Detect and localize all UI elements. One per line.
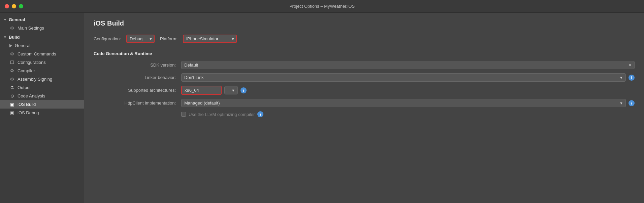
sidebar-item-main-settings[interactable]: ⚙ Main Settings: [0, 24, 84, 32]
config-label: Configuration:: [94, 36, 121, 41]
window-title: Project Options – MyWeather.iOS: [289, 4, 355, 9]
supported-arch-label: Supported architectures:: [94, 88, 181, 93]
checkbox-row-llvm: Use the LLVM optimizing compiler i: [181, 111, 635, 117]
sidebar-item-custom-commands[interactable]: ⚙ Custom Commands: [0, 50, 84, 58]
gear-icon: ⚙: [9, 26, 15, 31]
sidebar-item-compiler[interactable]: ⚙ Compiler: [0, 67, 84, 75]
supported-arch-input[interactable]: [181, 86, 222, 95]
platform-label: Platform:: [160, 36, 178, 41]
general-arrow-icon: ▼: [3, 18, 7, 22]
main-settings-label: Main Settings: [18, 26, 44, 31]
config-select-wrapper: Debug Release ▼: [126, 35, 155, 43]
sdk-version-control: Default ▼: [181, 61, 635, 69]
sidebar-item-ios-debug[interactable]: ▣ iOS Debug: [0, 109, 84, 117]
sidebar-header-build[interactable]: ▼ Build: [0, 33, 84, 41]
linker-behavior-label: Linker behavior:: [94, 75, 181, 80]
configurations-label: Configurations: [18, 60, 46, 65]
triangle-icon: [9, 44, 12, 47]
code-analysis-label: Code Analysis: [18, 93, 45, 98]
sidebar-header-general[interactable]: ▼ General: [0, 15, 84, 24]
assembly-signing-icon: ⚙: [9, 77, 15, 82]
configuration-select[interactable]: Debug Release: [126, 35, 155, 43]
httpclient-select[interactable]: Managed (default) NSUrlSession: [181, 99, 626, 107]
form-row-linker-behavior: Linker behavior: Don't Link Link SDK ass…: [94, 73, 635, 82]
configurations-icon: ☐: [9, 60, 15, 65]
code-analysis-icon: ⊙: [9, 93, 15, 98]
titlebar: Project Options – MyWeather.iOS: [0, 0, 644, 13]
llvm-checkbox[interactable]: [181, 112, 186, 117]
close-button[interactable]: [5, 4, 9, 8]
section-header-codegen: Code Generation & Runtime: [94, 51, 635, 56]
custom-commands-label: Custom Commands: [18, 51, 56, 56]
custom-commands-icon: ⚙: [9, 51, 15, 56]
sidebar: ▼ General ⚙ Main Settings ▼ Build Genera…: [0, 13, 84, 203]
linker-behavior-info-button[interactable]: i: [629, 75, 635, 81]
sidebar-general-label: General: [9, 17, 25, 22]
form-row-sdk-version: SDK version: Default ▼: [94, 61, 635, 69]
form-row-supported-arch: Supported architectures: ▼ i: [94, 86, 635, 95]
linker-behavior-select[interactable]: Don't Link Link SDK assemblies only Link…: [181, 73, 626, 82]
sidebar-item-code-analysis[interactable]: ⊙ Code Analysis: [0, 92, 84, 100]
httpclient-select-wrapper: Managed (default) NSUrlSession ▼: [181, 99, 626, 107]
compiler-label: Compiler: [18, 68, 35, 73]
supported-arch-info-button[interactable]: i: [240, 87, 247, 93]
sdk-version-label: SDK version:: [94, 63, 181, 68]
sidebar-item-configurations[interactable]: ☐ Configurations: [0, 58, 84, 67]
linker-behavior-control: Don't Link Link SDK assemblies only Link…: [181, 73, 635, 82]
sidebar-item-output[interactable]: ⚗ Output: [0, 83, 84, 92]
supported-arch-select[interactable]: [224, 86, 238, 94]
sidebar-item-build-general[interactable]: General: [0, 41, 84, 50]
page-title: iOS Build: [94, 19, 635, 27]
sdk-version-select[interactable]: Default: [181, 61, 635, 69]
maximize-button[interactable]: [19, 4, 23, 8]
window-controls[interactable]: [5, 4, 23, 8]
sidebar-item-ios-build[interactable]: ▣ iOS Build: [0, 100, 84, 109]
supported-arch-select-wrapper: ▼: [224, 86, 238, 94]
configuration-row: Configuration: Debug Release ▼ Platform:…: [94, 35, 635, 43]
platform-select[interactable]: iPhoneSimulator iPhone: [183, 35, 237, 43]
ios-debug-icon: ▣: [9, 110, 15, 115]
httpclient-label: HttpClient implementation:: [94, 100, 181, 106]
sdk-version-select-wrapper: Default ▼: [181, 61, 635, 69]
platform-select-wrapper: iPhoneSimulator iPhone ▼: [183, 35, 237, 43]
sidebar-section-build: ▼ Build General ⚙ Custom Commands ☐ Conf…: [0, 33, 84, 117]
httpclient-control: Managed (default) NSUrlSession ▼ i: [181, 99, 635, 107]
sidebar-item-assembly-signing[interactable]: ⚙ Assembly Signing: [0, 75, 84, 83]
ios-build-icon: ▣: [9, 102, 15, 107]
ios-debug-label: iOS Debug: [18, 110, 39, 115]
sidebar-section-general: ▼ General ⚙ Main Settings: [0, 15, 84, 32]
llvm-info-button[interactable]: i: [257, 111, 263, 117]
output-icon: ⚗: [9, 85, 15, 90]
minimize-button[interactable]: [12, 4, 16, 8]
main-container: ▼ General ⚙ Main Settings ▼ Build Genera…: [0, 13, 644, 203]
form-row-httpclient: HttpClient implementation: Managed (defa…: [94, 99, 635, 107]
llvm-checkbox-label: Use the LLVM optimizing compiler: [189, 112, 255, 117]
assembly-signing-label: Assembly Signing: [18, 77, 52, 82]
ios-build-label: iOS Build: [18, 102, 36, 107]
output-label: Output: [18, 85, 31, 90]
sidebar-build-label: Build: [9, 35, 20, 40]
httpclient-info-button[interactable]: i: [629, 100, 635, 106]
build-arrow-icon: ▼: [3, 35, 7, 39]
linker-behavior-select-wrapper: Don't Link Link SDK assemblies only Link…: [181, 73, 626, 82]
compiler-icon: ⚙: [9, 68, 15, 73]
content-area: iOS Build Configuration: Debug Release ▼…: [84, 13, 644, 203]
build-general-label: General: [15, 43, 30, 48]
supported-arch-control: ▼ i: [181, 86, 635, 95]
